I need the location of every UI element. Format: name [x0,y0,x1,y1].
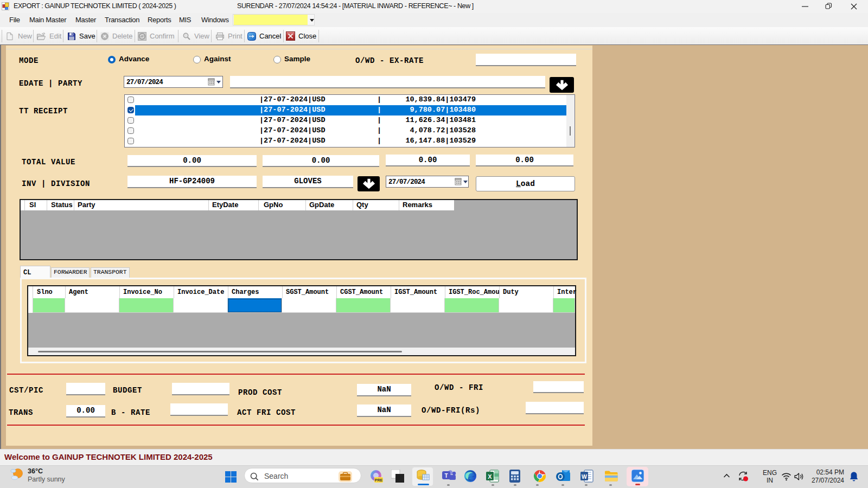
svg-text:PRE: PRE [375,478,383,482]
svg-text:T: T [444,473,448,479]
svg-text:X: X [488,473,492,480]
svg-text:W: W [582,473,587,480]
